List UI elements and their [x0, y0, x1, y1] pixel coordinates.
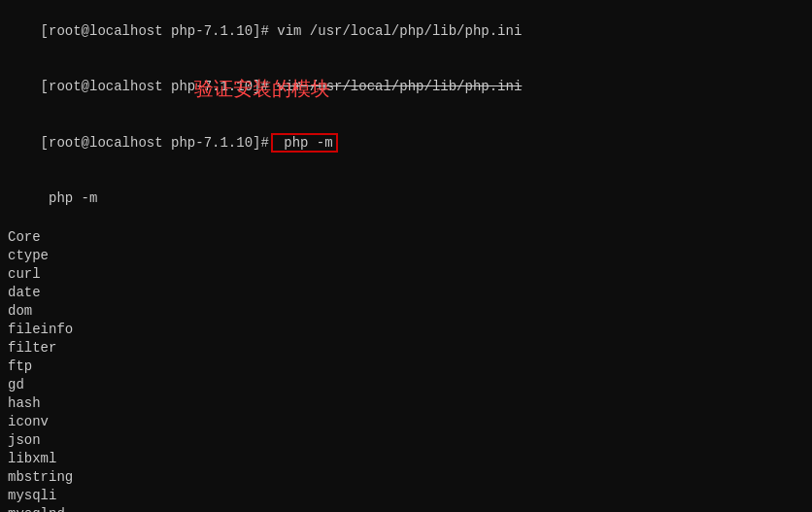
- list-item: gd: [8, 376, 804, 394]
- prompt-3: [root@localhost php-7.1.10]#: [41, 135, 269, 151]
- list-item: libxml: [8, 450, 804, 468]
- php-modules-header: php -m: [8, 171, 804, 226]
- list-item: json: [8, 431, 804, 450]
- list-item: ctype: [8, 247, 804, 265]
- list-item: ftp: [8, 358, 804, 376]
- list-item: mbstring: [8, 468, 804, 487]
- command-line-2: [root@localhost php-7.1.10]# vim /usr/lo…: [8, 59, 804, 115]
- list-item: mysqlnd: [8, 505, 804, 512]
- list-item: iconv: [8, 413, 804, 431]
- list-item: Core: [8, 228, 804, 247]
- list-item: dom: [8, 302, 804, 321]
- prompt-1: [root@localhost php-7.1.10]#: [41, 23, 278, 39]
- list-item: fileinfo: [8, 321, 804, 339]
- modules-list: Corectypecurldatedomfileinfofilterftpgdh…: [8, 228, 804, 512]
- command-line-3: [root@localhost php-7.1.10]# php -m: [8, 115, 804, 171]
- list-item: curl: [8, 265, 804, 284]
- terminal-window: [root@localhost php-7.1.10]# vim /usr/lo…: [0, 0, 812, 512]
- php-m-command: php -m: [271, 133, 338, 153]
- command-line-1: [root@localhost php-7.1.10]# vim /usr/lo…: [8, 4, 804, 59]
- command-text-1: vim /usr/local/php/lib/php.ini: [277, 23, 522, 39]
- list-item: date: [8, 284, 804, 302]
- list-item: hash: [8, 394, 804, 413]
- list-item: filter: [8, 339, 804, 358]
- list-item: mysqli: [8, 487, 804, 505]
- annotation-text: 验证安装的模块: [194, 76, 330, 102]
